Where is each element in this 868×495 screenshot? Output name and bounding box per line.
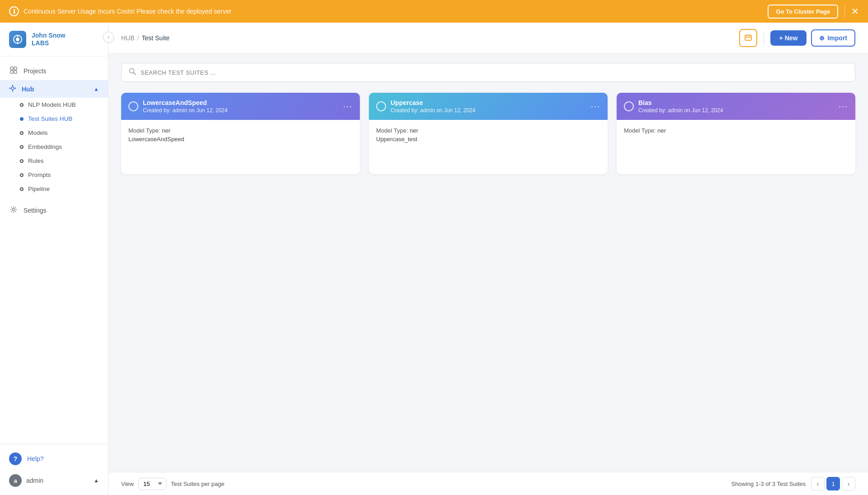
- card-body-2: Model Type: ner Uppercase_test: [369, 120, 608, 152]
- card-model-type-value-3: ner: [657, 127, 666, 134]
- embeddings-label: Embeddings: [28, 143, 62, 150]
- sidebar-item-settings[interactable]: Settings: [0, 201, 108, 219]
- cards-grid: LowercaseAndSpeed Created by: admin on J…: [121, 93, 855, 174]
- import-button[interactable]: ⊕ Import: [811, 29, 855, 47]
- card-meta-model-type-1: Model Type: ner: [128, 127, 353, 134]
- card-header-2: Uppercase Created by: admin on Jun 12, 2…: [369, 93, 608, 120]
- showing-text: Showing 1-3 of 3 Test Suites: [731, 481, 806, 487]
- scroll-container: LowercaseAndSpeed Created by: admin on J…: [108, 54, 868, 472]
- admin-row[interactable]: a admin ▲: [0, 470, 108, 491]
- card-circle-2: [376, 101, 386, 111]
- search-input[interactable]: [141, 69, 848, 76]
- sidebar-item-test-suites-hub[interactable]: Test Suites HUB: [0, 112, 108, 126]
- next-page-button[interactable]: ›: [842, 477, 855, 490]
- main-layout: John Snow LABS Projects: [0, 23, 868, 495]
- header-divider: [764, 31, 764, 45]
- sidebar-collapse-button[interactable]: ‹: [103, 32, 114, 43]
- go-to-cluster-button[interactable]: Go To Cluster Page: [768, 5, 838, 19]
- per-page-label: Test Suites per page: [171, 481, 225, 487]
- card-title-block-3: Bias Created by: admin on Jun 12, 2024: [638, 99, 723, 114]
- sidebar-item-hub[interactable]: Hub ▲: [0, 80, 108, 98]
- card-header-3: Bias Created by: admin on Jun 12, 2024 ·…: [617, 93, 855, 120]
- orange-icon-button[interactable]: [739, 29, 757, 47]
- projects-label: Projects: [24, 67, 47, 75]
- suite-card-bias[interactable]: Bias Created by: admin on Jun 12, 2024 ·…: [617, 93, 855, 174]
- logo-icon: [9, 31, 26, 48]
- svg-point-1: [16, 38, 19, 41]
- hub-children: NLP Models HUB Test Suites HUB Models Em…: [0, 98, 108, 196]
- sidebar-item-pipeline[interactable]: Pipeline: [0, 182, 108, 196]
- info-icon: ℹ: [9, 6, 19, 16]
- breadcrumb-hub[interactable]: HUB: [121, 34, 135, 42]
- card-body-1: Model Type: ner LowercaseAndSpeed: [121, 120, 360, 152]
- sidebar: John Snow LABS Projects: [0, 23, 108, 495]
- rules-label: Rules: [28, 157, 44, 164]
- card-subtitle-2: Created by: admin on Jun 12, 2024: [391, 107, 475, 114]
- hub-label: Hub: [22, 86, 34, 93]
- hub-chevron-up-icon: ▲: [94, 86, 99, 92]
- footer-left: View 15 25 50 100 Test Suites per page: [121, 478, 224, 490]
- card-title-3: Bias: [638, 99, 723, 106]
- sidebar-item-rules[interactable]: Rules: [0, 154, 108, 168]
- content-header: HUB / Test Suite + New ⊕ Import: [108, 23, 868, 54]
- card-circle-3: [624, 101, 634, 111]
- card-subtitle-3: Created by: admin on Jun 12, 2024: [638, 107, 723, 114]
- per-page-select[interactable]: 15 25 50 100: [138, 478, 166, 490]
- card-menu-2[interactable]: ···: [591, 102, 600, 111]
- help-item[interactable]: ? Help?: [0, 448, 108, 470]
- test-suites-hub-label: Test Suites HUB: [28, 115, 72, 122]
- projects-icon: [9, 67, 18, 76]
- card-menu-1[interactable]: ···: [343, 102, 353, 111]
- card-header-left-3: Bias Created by: admin on Jun 12, 2024: [624, 99, 723, 114]
- banner-actions: Go To Cluster Page ✕: [768, 5, 859, 19]
- suite-card-lowercase[interactable]: LowercaseAndSpeed Created by: admin on J…: [121, 93, 360, 174]
- nlp-models-hub-label: NLP Models HUB: [28, 101, 76, 108]
- models-dot-icon: [20, 131, 24, 135]
- card-menu-3[interactable]: ···: [839, 102, 848, 111]
- card-meta-model-type-3: Model Type: ner: [624, 127, 848, 134]
- card-meta-label-2: Model Type:: [376, 127, 408, 134]
- card-model-type-value-2: ner: [410, 127, 418, 134]
- card-title-2: Uppercase: [391, 99, 475, 106]
- import-icon: ⊕: [819, 34, 825, 42]
- sidebar-item-models[interactable]: Models: [0, 126, 108, 140]
- sidebar-item-projects[interactable]: Projects: [0, 62, 108, 80]
- svg-rect-4: [10, 67, 13, 70]
- suite-card-uppercase[interactable]: Uppercase Created by: admin on Jun 12, 2…: [369, 93, 608, 174]
- help-label: Help?: [27, 455, 44, 462]
- sidebar-item-embeddings[interactable]: Embeddings: [0, 140, 108, 154]
- card-model-type-value-1: ner: [162, 127, 170, 134]
- svg-rect-6: [10, 71, 13, 73]
- import-label: Import: [827, 34, 847, 42]
- sidebar-navigation: Projects Hub ▲: [0, 57, 108, 444]
- settings-icon: [9, 206, 18, 215]
- prompts-label: Prompts: [28, 171, 51, 178]
- card-subtitle-1: Created by: admin on Jun 12, 2024: [143, 107, 227, 114]
- card-suite-name-2: Uppercase_test: [376, 136, 600, 143]
- footer-right: Showing 1-3 of 3 Test Suites ‹ 1 ›: [731, 477, 855, 490]
- sidebar-item-nlp-models-hub[interactable]: NLP Models HUB: [0, 98, 108, 112]
- pipeline-label: Pipeline: [28, 186, 50, 192]
- svg-rect-14: [745, 35, 751, 40]
- new-button[interactable]: + New: [770, 30, 807, 46]
- view-label: View: [121, 481, 134, 487]
- embeddings-dot-icon: [20, 145, 24, 149]
- admin-chevron-up-icon: ▲: [94, 477, 99, 484]
- svg-rect-7: [14, 71, 17, 73]
- banner-close-button[interactable]: ✕: [851, 7, 859, 16]
- rules-dot-icon: [20, 159, 24, 163]
- sidebar-item-prompts[interactable]: Prompts: [0, 168, 108, 182]
- svg-point-9: [12, 85, 14, 86]
- card-title-block-1: LowercaseAndSpeed Created by: admin on J…: [143, 99, 227, 114]
- test-suites-dot-icon: [20, 117, 24, 121]
- models-label: Models: [28, 129, 48, 136]
- banner-divider: [844, 5, 845, 18]
- admin-label: admin: [26, 477, 43, 484]
- card-circle-1: [128, 101, 138, 111]
- page-1-button[interactable]: 1: [826, 477, 840, 490]
- prev-page-button[interactable]: ‹: [811, 477, 825, 490]
- svg-rect-2: [17, 35, 18, 37]
- prompts-dot-icon: [20, 173, 24, 177]
- breadcrumb: HUB / Test Suite: [121, 34, 170, 42]
- svg-point-12: [15, 88, 16, 89]
